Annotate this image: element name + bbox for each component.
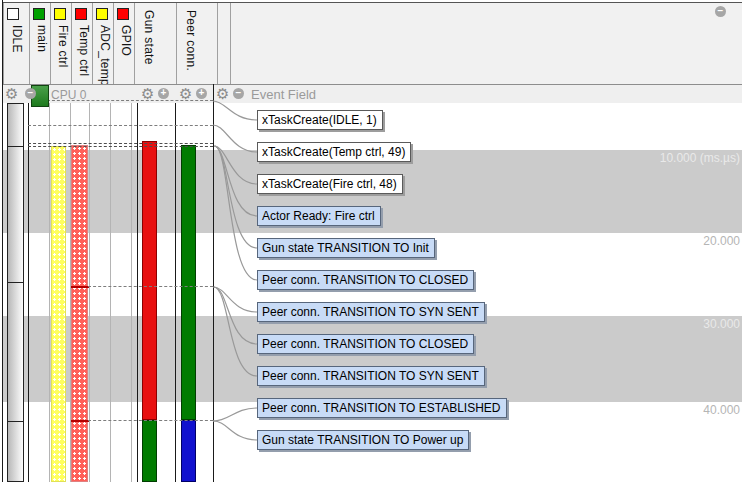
legend-column-main[interactable]: main: [29, 3, 50, 85]
gun-state-bar-green[interactable]: [142, 420, 157, 482]
legend-column-peer-conn[interactable]: Peer conn.: [176, 3, 217, 85]
event-connector: [213, 101, 257, 120]
legend-column-temp-ctrl[interactable]: Temp ctrl: [71, 3, 92, 85]
idle-color-swatch-icon: [7, 8, 19, 20]
legend-label: Temp ctrl: [77, 25, 91, 76]
event-connector: [213, 287, 257, 312]
peer-conn-bar-green[interactable]: [181, 145, 196, 420]
gun-state-settings-gear-icon[interactable]: ⚙: [141, 86, 154, 101]
event-label[interactable]: Peer conn. TRANSITION TO SYN SENT: [257, 302, 485, 322]
main-color-swatch-icon: [33, 8, 45, 20]
gun-state-expand-button[interactable]: +: [158, 88, 169, 99]
event-label[interactable]: Gun state TRANSITION TO Init: [257, 238, 435, 258]
temp-ctrl-color-swatch-icon: [75, 8, 87, 20]
lane-line: [89, 103, 90, 482]
event-field-collapse-button[interactable]: −: [233, 88, 244, 99]
event-label[interactable]: Peer conn. TRANSITION TO SYN SENT: [257, 366, 485, 386]
event-label[interactable]: xTaskCreate(IDLE, 1): [257, 110, 383, 130]
gun-state-bar-red[interactable]: [142, 141, 157, 420]
peer-conn-bar-blue[interactable]: [181, 420, 196, 482]
event-label[interactable]: xTaskCreate(Fire ctrl, 48): [257, 174, 403, 194]
event-field-settings-gear-icon[interactable]: ⚙: [216, 86, 229, 101]
idle-segment-divider: [8, 421, 23, 422]
event-gridline: [28, 146, 213, 147]
time-tick-label: 10.000 (ms.µs): [660, 151, 740, 165]
event-gridline: [28, 125, 213, 126]
fire-ctrl-ready-bar[interactable]: [51, 146, 66, 482]
legend-column-adc-temp[interactable]: ADC_temp: [92, 3, 113, 85]
time-tick-label: 20.000: [703, 234, 740, 248]
gpio-color-swatch-icon: [117, 8, 129, 20]
legend-label: ADC_temp: [98, 25, 112, 86]
idle-task-bar[interactable]: [7, 103, 24, 482]
field-legend-band: IDLE main Fire ctrl Temp ctrl ADC_temp G…: [2, 2, 742, 84]
event-connector: [213, 421, 257, 440]
peer-conn-settings-gear-icon[interactable]: ⚙: [179, 86, 192, 101]
lane-line: [49, 103, 50, 482]
view-settings-gear-icon[interactable]: ⚙: [5, 86, 18, 101]
fire-ctrl-color-swatch-icon: [54, 8, 66, 20]
lane-line-idle-right: [28, 103, 29, 482]
legend-column-empty: [217, 3, 230, 85]
legend-column-idle[interactable]: IDLE: [3, 3, 29, 85]
lane-line-event-field-left: [213, 84, 214, 482]
idle-segment-divider: [8, 282, 23, 283]
lane-line-peer-conn-left: [175, 103, 176, 482]
event-label[interactable]: Peer conn. TRANSITION TO CLOSED: [257, 334, 474, 354]
event-label[interactable]: Gun state TRANSITION TO Power up: [257, 430, 469, 450]
legend-label: Peer conn.: [184, 10, 198, 71]
event-label[interactable]: Peer conn. TRANSITION TO CLOSED: [257, 270, 474, 290]
legend-label: Fire ctrl: [56, 25, 70, 68]
legend-label: main: [35, 25, 49, 52]
adc-temp-color-swatch-icon: [96, 8, 108, 20]
legend-column-fire-ctrl[interactable]: Fire ctrl: [50, 3, 71, 85]
temp-ctrl-ready-bar[interactable]: [71, 145, 88, 482]
event-label[interactable]: xTaskCreate(Temp ctrl, 49): [257, 142, 411, 162]
event-gridline: [88, 286, 213, 287]
event-connector: [213, 408, 257, 421]
lane-line: [131, 103, 132, 482]
time-band-30-40: [3, 316, 742, 402]
temp-ctrl-event-tick: [71, 420, 89, 422]
event-field-label: Event Field: [251, 87, 316, 102]
peer-conn-expand-button[interactable]: +: [196, 88, 207, 99]
lane-line-gun-state-left: [137, 103, 138, 482]
legend-label: GPIO: [119, 25, 133, 56]
event-gridline: [28, 143, 213, 144]
time-tick-label: 40.000: [703, 403, 740, 417]
temp-ctrl-event-tick: [71, 286, 89, 288]
event-gridline: [88, 420, 213, 421]
legend-column-gpio[interactable]: GPIO: [113, 3, 134, 85]
lane-line: [110, 103, 111, 482]
legend-column-divider: [230, 3, 231, 85]
event-label[interactable]: Peer conn. TRANSITION TO ESTABLISHED: [257, 398, 507, 418]
legend-label: Gun state: [142, 10, 156, 65]
collapse-view-button[interactable]: −: [715, 6, 726, 17]
time-tick-label: 30.000: [703, 317, 740, 331]
idle-segment-divider: [8, 146, 23, 147]
legend-label: IDLE: [10, 25, 24, 53]
event-connector: [213, 125, 257, 152]
trace-view: IDLE main Fire ctrl Temp ctrl ADC_temp G…: [0, 0, 742, 482]
cpu-group-collapse-button[interactable]: −: [25, 88, 36, 99]
event-gridline: [47, 100, 213, 101]
event-label[interactable]: Actor Ready: Fire ctrl: [257, 206, 381, 226]
legend-column-gun-state[interactable]: Gun state: [134, 3, 176, 85]
view-left-border: [2, 0, 3, 482]
